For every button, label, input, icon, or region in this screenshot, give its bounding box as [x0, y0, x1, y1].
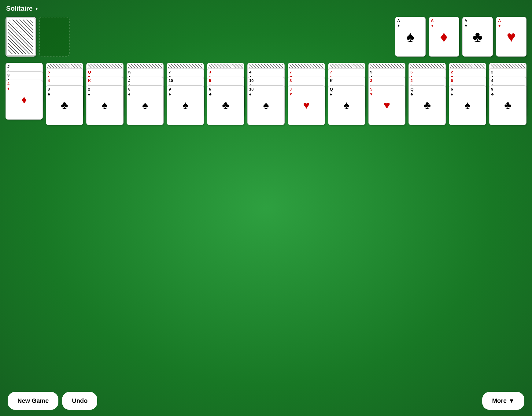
- new-game-button[interactable]: New Game: [8, 392, 58, 410]
- tableau-card[interactable]: 2♠♠: [86, 85, 124, 125]
- tableau-column-12: 2♣♣4♣♣9♣♣: [489, 63, 526, 134]
- tableau-card[interactable]: 6♠♠: [449, 85, 486, 125]
- tableau-card[interactable]: 4♦♦: [6, 80, 43, 120]
- tableau-column-2: Q♥♥K♥♥2♠♠: [86, 63, 124, 134]
- foundation-clubs[interactable]: A♣ ♣: [462, 17, 493, 57]
- tableau-card[interactable]: 6♣♣: [207, 85, 244, 125]
- tableau-card[interactable]: Q♣♣: [408, 85, 446, 125]
- more-arrow: ▼: [508, 397, 515, 404]
- foundation-diamonds[interactable]: A♦ ♦: [429, 17, 459, 57]
- tableau-card[interactable]: J♥♥: [288, 85, 325, 125]
- app-title: Solitaire: [6, 5, 33, 13]
- tableau-column-4: 7♣♣10♣♣9♠♠: [167, 63, 204, 134]
- tableau-card[interactable]: 10♠♠: [247, 85, 285, 125]
- more-label: More: [492, 397, 507, 404]
- tableau-card[interactable]: 5♥♥: [368, 85, 406, 125]
- tableau-card[interactable]: 9♠♠: [167, 85, 204, 125]
- tableau-card[interactable]: Q♠♠: [328, 85, 365, 125]
- more-button[interactable]: More ▼: [482, 392, 524, 410]
- foundation-spades[interactable]: A♠ ♠: [395, 17, 426, 57]
- tableau-card[interactable]: 9♣♣: [489, 85, 526, 125]
- tableau-column-3: K♣♣J♣♣8♠♠: [127, 63, 164, 134]
- tableau-column-10: 6♦♦2♦♦Q♣♣: [408, 63, 446, 134]
- waste-pile[interactable]: [39, 17, 70, 57]
- tableau-column-7: 7♥♥8♥♥J♥♥: [288, 63, 325, 134]
- tableau-card[interactable]: 3♣♣: [46, 85, 83, 125]
- title-arrow: ▼: [35, 6, 39, 11]
- foundation-hearts[interactable]: A♥ ♥: [496, 17, 526, 57]
- title-menu-button[interactable]: Solitaire ▼: [6, 5, 39, 13]
- stock-pile[interactable]: [6, 17, 36, 57]
- tableau-column-6: 4♣♣10♣♣10♠♠: [247, 63, 285, 134]
- tableau-column-9: 5♣♣3♦♦5♥♥: [368, 63, 406, 134]
- tableau-column-0: J♠♠3♠♠4♦♦: [6, 63, 43, 128]
- tableau-column-8: 7♦♦K♠♠Q♠♠: [328, 63, 365, 134]
- tableau: J♠♠3♠♠4♦♦5♦♦4♥♥3♣♣Q♥♥K♥♥2♠♠K♣♣J♣♣8♠♠7♣♣1…: [6, 63, 526, 134]
- tableau-card[interactable]: 8♠♠: [127, 85, 164, 125]
- tableau-column-11: 2♥♥6♥♥6♠♠: [449, 63, 486, 134]
- tableau-column-5: J♦♦5♥♥6♣♣: [207, 63, 244, 134]
- undo-button[interactable]: Undo: [62, 392, 97, 410]
- tableau-column-1: 5♦♦4♥♥3♣♣: [46, 63, 83, 134]
